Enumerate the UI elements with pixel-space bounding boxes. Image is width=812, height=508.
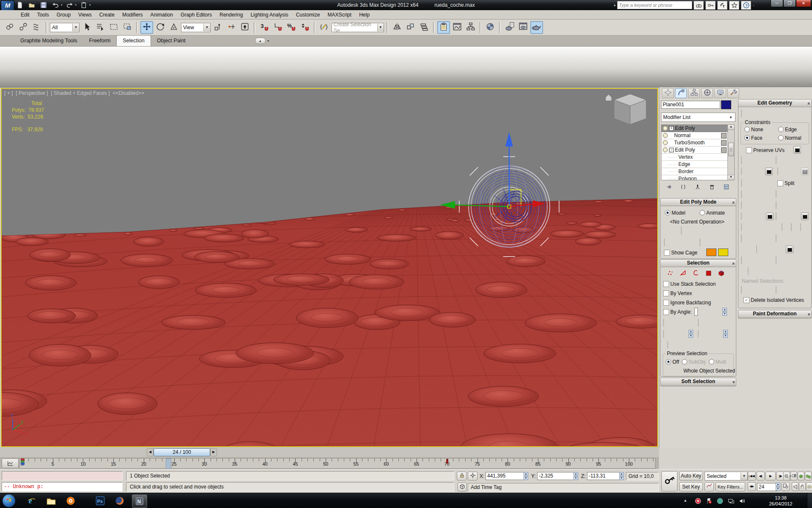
- stack-row-edit-poly[interactable]: +Edit Poly: [661, 125, 734, 132]
- get_stack[interactable]: [667, 341, 668, 349]
- restore-button[interactable]: ❐: [783, 0, 796, 7]
- edit-geometry-header[interactable]: Edit Geometry«: [738, 99, 811, 107]
- menu-animation[interactable]: Animation: [147, 10, 177, 19]
- settings_label[interactable]: [664, 238, 665, 246]
- track-bar-ruler[interactable]: 0510152025303540455055606570758085909510…: [19, 458, 656, 469]
- constraint-normal-radio[interactable]: [778, 135, 784, 141]
- select-and-scale-button[interactable]: [167, 21, 180, 34]
- view_align[interactable]: [741, 234, 742, 242]
- modifier-list-dropdown[interactable]: Modifier List▼: [661, 113, 735, 122]
- mirror-button[interactable]: [391, 21, 403, 34]
- communication-center-button[interactable]: [717, 1, 727, 10]
- modifier-swatch[interactable]: [721, 140, 727, 146]
- schematic-view-button[interactable]: [464, 21, 477, 34]
- expand-icon[interactable]: +: [669, 126, 674, 131]
- x-coordinate-field[interactable]: 441,395: [486, 472, 525, 480]
- set-keys-button[interactable]: [661, 471, 678, 491]
- stack-subobject-polygon[interactable]: ······Polygon: [661, 175, 734, 180]
- modify-tab[interactable]: [675, 88, 687, 98]
- next-frame-arrow[interactable]: ▶: [210, 448, 217, 456]
- tray-icon-volume[interactable]: [738, 497, 746, 505]
- align-button[interactable]: [404, 21, 417, 34]
- configure-modifier-sets-button[interactable]: [721, 182, 731, 191]
- use-pivot-point-center-button[interactable]: [211, 21, 224, 34]
- paste[interactable]: [776, 286, 776, 294]
- ribbon-tab-freeform[interactable]: Freeform: [83, 36, 117, 46]
- search-input[interactable]: [617, 1, 692, 9]
- rectangular-selection-region-button[interactable]: [107, 21, 120, 34]
- viewport-shading-menu[interactable]: [ Shaded + Edged Faces ]: [51, 90, 110, 96]
- key-mode-dropdown[interactable]: Selected▼: [705, 472, 748, 480]
- set-key-button[interactable]: Set Key: [679, 482, 703, 491]
- slice_plane[interactable]: [741, 179, 742, 187]
- delete-isolated-vertices-checkbox-box[interactable]: ✓: [743, 297, 749, 303]
- selection-header[interactable]: Selection«: [661, 260, 736, 267]
- frame-spinner[interactable]: ▲▼: [776, 483, 780, 491]
- preserve-uvs-checkbox-box[interactable]: [746, 147, 752, 153]
- soft-selection-header[interactable]: Soft Selection«: [661, 378, 736, 386]
- window-crossing-toggle-button[interactable]: [121, 21, 134, 34]
- show-cage-checkbox-box[interactable]: [664, 250, 670, 256]
- create[interactable]: [741, 156, 742, 164]
- selection-lock-toggle[interactable]: [457, 472, 466, 480]
- stack-subobject-edge[interactable]: ······Edge: [661, 161, 734, 168]
- grid_align[interactable]: [776, 234, 776, 242]
- edge-mode-button[interactable]: [679, 269, 688, 278]
- select-object-button[interactable]: [80, 21, 93, 34]
- key-filters-button[interactable]: Key Filters...: [716, 482, 745, 491]
- hide_selected[interactable]: [741, 256, 742, 264]
- ribbon-options-caret-icon[interactable]: ▼: [267, 39, 270, 42]
- selection-filter-dropdown[interactable]: All▼: [50, 23, 80, 32]
- hide_unselected[interactable]: [748, 267, 749, 275]
- maxscript-listener-output[interactable]: -- Unknown p:: [2, 482, 123, 491]
- zoom-extents-button[interactable]: [798, 472, 804, 480]
- layer-manager-button[interactable]: [418, 21, 431, 34]
- add-time-tag[interactable]: Add Time Tag: [468, 483, 659, 491]
- ribbon-tab-selection[interactable]: Selection: [116, 35, 151, 46]
- keyboard-shortcut-override-button[interactable]: [239, 21, 251, 34]
- commit_label[interactable]: [681, 226, 682, 235]
- render-production-button[interactable]: [530, 21, 543, 34]
- constraint-edge-radio[interactable]: [778, 127, 784, 132]
- tray-icon-flag-alert[interactable]: [705, 497, 713, 505]
- create-tab[interactable]: [662, 88, 674, 98]
- zoom-all-button[interactable]: [790, 472, 797, 480]
- slice[interactable]: [741, 190, 742, 198]
- make_planar[interactable]: [741, 223, 742, 231]
- taskbar-clock[interactable]: 13:3826/04/2012: [760, 495, 801, 507]
- zoom-extents-all-button[interactable]: [805, 472, 812, 480]
- menu-customize[interactable]: Customize: [292, 10, 324, 19]
- orbit-button[interactable]: [806, 482, 812, 491]
- stack-row-edit-poly[interactable]: -Edit Poly: [661, 146, 734, 154]
- taskbar-app-firefox[interactable]: [112, 494, 127, 507]
- subscription-button[interactable]: [705, 1, 716, 10]
- menu-rendering[interactable]: Rendering: [216, 10, 247, 19]
- search-expand-icon[interactable]: ▸: [614, 3, 616, 7]
- help-button[interactable]: ?: [741, 1, 751, 10]
- select-and-move-button[interactable]: [140, 21, 153, 34]
- light-bulb-icon[interactable]: [663, 133, 668, 138]
- border-mode-button[interactable]: [692, 269, 700, 278]
- keyframe-frame-70[interactable]: [446, 459, 448, 464]
- attach-settings-button[interactable]: [765, 168, 773, 175]
- render-setup-button[interactable]: [503, 21, 516, 34]
- select-and-link-button[interactable]: [3, 21, 16, 34]
- menu-edit[interactable]: Edit: [17, 10, 33, 19]
- quickslice[interactable]: [741, 201, 742, 209]
- zoom-button[interactable]: ±: [783, 472, 790, 480]
- preview-off-radio[interactable]: [666, 359, 671, 364]
- stack-subobject-vertex[interactable]: ······Vertex: [661, 154, 734, 161]
- show-end-result-button[interactable]: [678, 182, 688, 191]
- scroll-up-icon[interactable]: ▲: [728, 125, 734, 130]
- ring[interactable]: [663, 330, 664, 338]
- animate-radio[interactable]: [700, 210, 705, 215]
- attach[interactable]: [741, 167, 742, 175]
- axis_y[interactable]: [791, 223, 792, 231]
- hierarchy-tab[interactable]: [688, 88, 700, 98]
- axis_z[interactable]: [800, 223, 801, 231]
- modifier-swatch[interactable]: [721, 133, 727, 138]
- close-button[interactable]: ✕: [796, 0, 811, 7]
- relax-settings-button[interactable]: [786, 246, 793, 253]
- stack-row-normal[interactable]: Normal: [661, 132, 734, 139]
- stack-scrollbar[interactable]: ▲▼: [727, 125, 734, 180]
